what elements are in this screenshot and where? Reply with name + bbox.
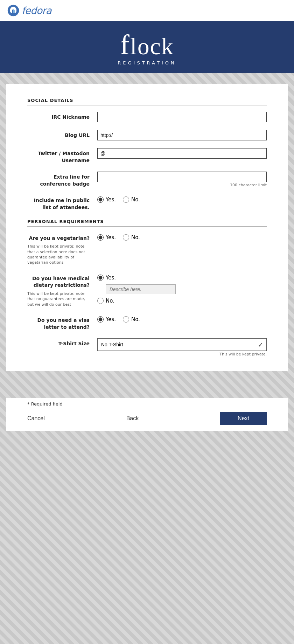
public-list-radio-group: Yes. No.	[97, 195, 267, 203]
tshirt-select-wrapper: No T-Shirt XS S M L XL 2XL 3XL ✓	[97, 338, 267, 351]
required-note: * Required field	[6, 398, 288, 408]
flock-subtitle: REGISTRATION	[7, 60, 287, 65]
tshirt-label: T-Shirt Size	[27, 338, 97, 347]
visa-no-radio[interactable]	[123, 316, 129, 323]
visa-yes-radio[interactable]	[97, 316, 104, 323]
tshirt-select[interactable]: No T-Shirt XS S M L XL 2XL 3XL	[97, 338, 267, 351]
tshirt-private-note: This will be kept private.	[97, 352, 267, 356]
personal-divider	[27, 226, 267, 227]
badge-label: Extra line forconference badge	[27, 172, 97, 187]
medical-label: Do you have medicaldietary restrictions?…	[27, 273, 97, 307]
vegetarian-no-radio[interactable]	[123, 234, 129, 241]
personal-section-header: PERSONAL REQUIREMENTS	[27, 219, 267, 224]
public-list-yes-option[interactable]: Yes.	[97, 196, 116, 203]
twitter-input[interactable]	[97, 148, 267, 159]
social-section-header: SOCIAL DETAILS	[27, 98, 267, 103]
next-button[interactable]: Next	[220, 412, 267, 425]
blog-row: Blog URL	[27, 130, 267, 140]
medical-no-option[interactable]: No.	[97, 298, 267, 304]
twitter-label: Twitter / MastodonUsername	[27, 148, 97, 164]
twitter-row: Twitter / MastodonUsername	[27, 148, 267, 164]
visa-row: Do you need a visaletter to attend? Yes.…	[27, 315, 267, 331]
irc-label: IRC Nickname	[27, 112, 97, 121]
footer-bar: Cancel Back Next	[6, 408, 288, 431]
medical-row: Do you have medicaldietary restrictions?…	[27, 273, 267, 307]
visa-no-option[interactable]: No.	[123, 316, 140, 323]
cancel-button[interactable]: Cancel	[27, 413, 45, 424]
public-list-yes-label: Yes.	[106, 196, 116, 203]
public-list-no-label: No.	[131, 196, 140, 203]
back-button[interactable]: Back	[126, 413, 139, 424]
medical-yes-group: Yes.	[97, 275, 267, 294]
irc-input-area	[97, 112, 267, 122]
visa-no-label: No.	[131, 316, 140, 323]
fedora-logo: fedora	[7, 4, 51, 17]
vegetarian-yes-radio[interactable]	[97, 234, 104, 241]
top-bar: fedora	[0, 0, 294, 21]
vegetarian-no-label: No.	[131, 234, 140, 241]
medical-describe-input[interactable]	[106, 284, 176, 294]
page-wrapper: fedora flock REGISTRATION SOCIAL DETAILS…	[0, 0, 294, 431]
vegetarian-row: Are you a vegetarian? This will be kept …	[27, 233, 267, 265]
visa-yes-option[interactable]: Yes.	[97, 316, 116, 323]
medical-yes-radio[interactable]	[97, 275, 104, 281]
medical-radio-group: Yes. No.	[97, 273, 267, 304]
vegetarian-radio-group: Yes. No.	[97, 233, 267, 241]
medical-input-area: Yes. No.	[97, 273, 267, 304]
medical-no-radio[interactable]	[97, 298, 104, 304]
fedora-icon	[7, 4, 20, 17]
public-list-row: Include me in publiclist of attendees. Y…	[27, 195, 267, 211]
medical-helper: This will be kept private; note that no …	[27, 291, 90, 307]
visa-radio-group: Yes. No.	[97, 315, 267, 323]
flock-title: flock	[7, 31, 287, 59]
medical-no-label: No.	[106, 298, 114, 304]
public-list-yes-radio[interactable]	[97, 196, 104, 203]
flock-banner: flock REGISTRATION	[0, 21, 294, 73]
blog-input-area	[97, 130, 267, 140]
visa-yes-label: Yes.	[106, 316, 116, 323]
badge-char-limit: 100 character limit	[97, 183, 267, 187]
visa-input-area: Yes. No.	[97, 315, 267, 323]
public-list-no-option[interactable]: No.	[123, 196, 140, 203]
tshirt-input-area: No T-Shirt XS S M L XL 2XL 3XL ✓ This wi…	[97, 338, 267, 356]
visa-label: Do you need a visaletter to attend?	[27, 315, 97, 331]
vegetarian-label: Are you a vegetarian? This will be kept …	[27, 233, 97, 265]
social-divider	[27, 105, 267, 105]
vegetarian-no-option[interactable]: No.	[123, 234, 140, 241]
medical-yes-label: Yes.	[106, 275, 116, 281]
twitter-input-area	[97, 148, 267, 159]
public-list-input-area: Yes. No.	[97, 195, 267, 203]
medical-yes-option[interactable]: Yes.	[97, 275, 267, 281]
blog-label: Blog URL	[27, 130, 97, 139]
badge-input-area: 100 character limit	[97, 172, 267, 187]
vegetarian-input-area: Yes. No.	[97, 233, 267, 241]
fedora-logo-text: fedora	[22, 5, 51, 16]
vegetarian-yes-label: Yes.	[106, 234, 116, 241]
blog-input[interactable]	[97, 130, 267, 140]
badge-row: Extra line forconference badge 100 chara…	[27, 172, 267, 187]
public-list-no-radio[interactable]	[123, 196, 129, 203]
irc-input[interactable]	[97, 112, 267, 122]
irc-row: IRC Nickname	[27, 112, 267, 122]
vegetarian-helper: This will be kept private; note that a s…	[27, 244, 90, 265]
badge-input[interactable]	[97, 172, 267, 182]
tshirt-row: T-Shirt Size No T-Shirt XS S M L XL 2XL …	[27, 338, 267, 356]
vegetarian-yes-option[interactable]: Yes.	[97, 234, 116, 241]
public-list-label: Include me in publiclist of attendees.	[27, 195, 97, 211]
form-container: SOCIAL DETAILS IRC Nickname Blog URL Twi…	[6, 84, 288, 371]
